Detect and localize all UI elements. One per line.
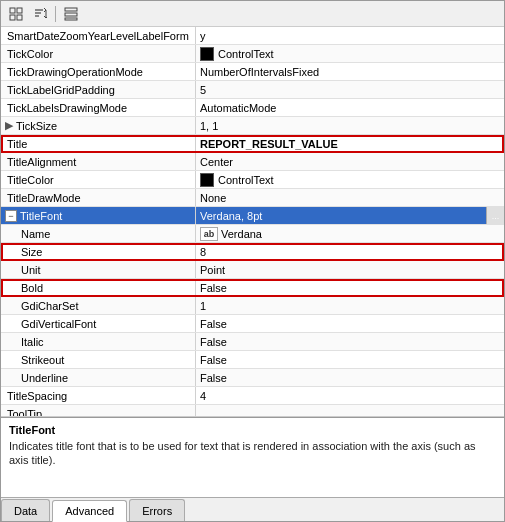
expand-arrow: ▶ <box>5 119 13 132</box>
prop-value: abVerdana <box>196 225 504 242</box>
prop-value: AutomaticMode <box>196 99 504 116</box>
prop-name: Name <box>1 225 196 242</box>
table-row[interactable]: TitleAlignmentCenter <box>1 153 504 171</box>
prop-value: Center <box>196 153 504 170</box>
table-row[interactable]: TickLabelGridPadding5 <box>1 81 504 99</box>
svg-rect-3 <box>17 15 22 20</box>
prop-value: False <box>196 351 504 368</box>
prop-name: TitleDrawMode <box>1 189 196 206</box>
svg-rect-1 <box>17 8 22 13</box>
prop-value: 1 <box>196 297 504 314</box>
prop-name: Size <box>1 243 196 260</box>
prop-value: ControlText <box>196 45 504 62</box>
prop-value: y <box>196 27 504 44</box>
prop-name: Unit <box>1 261 196 278</box>
prop-name: Title <box>1 135 196 152</box>
table-row[interactable]: GdiCharSet1 <box>1 297 504 315</box>
svg-rect-0 <box>10 8 15 13</box>
svg-rect-9 <box>65 13 77 16</box>
svg-rect-8 <box>65 8 77 11</box>
prop-name: −TitleFont <box>1 207 196 224</box>
table-row[interactable]: SmartDateZoomYearLevelLabelFormy <box>1 27 504 45</box>
description-title: TitleFont <box>9 424 496 436</box>
table-row[interactable]: TickDrawingOperationModeNumberOfInterval… <box>1 63 504 81</box>
table-row[interactable]: BoldFalse <box>1 279 504 297</box>
prop-value: 5 <box>196 81 504 98</box>
toolbar-separator <box>55 6 56 22</box>
table-row[interactable]: Size8 <box>1 243 504 261</box>
prop-value: False <box>196 315 504 332</box>
svg-rect-2 <box>10 15 15 20</box>
prop-value: False <box>196 279 504 296</box>
prop-value: NumberOfIntervalsFixed <box>196 63 504 80</box>
main-container: SmartDateZoomYearLevelLabelFormyTickColo… <box>0 0 505 522</box>
svg-rect-10 <box>65 18 77 20</box>
table-row[interactable]: UnderlineFalse <box>1 369 504 387</box>
table-row[interactable]: TitleREPORT_RESULT_VALUE <box>1 135 504 153</box>
browse-button[interactable]: ... <box>486 207 504 224</box>
table-row[interactable]: NameabVerdana <box>1 225 504 243</box>
expand-icon[interactable]: − <box>5 210 17 222</box>
prop-name: Underline <box>1 369 196 386</box>
prop-value: 8 <box>196 243 504 260</box>
table-row[interactable]: TitleSpacing4 <box>1 387 504 405</box>
prop-value: False <box>196 369 504 386</box>
prop-value: 1, 1 <box>196 117 504 134</box>
prop-value[interactable]: Verdana, 8pt... <box>196 207 504 224</box>
ab-badge: ab <box>200 227 218 241</box>
tab-bar: DataAdvancedErrors <box>1 497 504 521</box>
prop-name: TickColor <box>1 45 196 62</box>
prop-name: ▶TickSize <box>1 117 196 134</box>
prop-name: GdiCharSet <box>1 297 196 314</box>
prop-value: Point <box>196 261 504 278</box>
color-swatch <box>200 47 214 61</box>
prop-name: TitleAlignment <box>1 153 196 170</box>
sort-button[interactable] <box>29 4 51 24</box>
table-row[interactable]: TickLabelsDrawingModeAutomaticMode <box>1 99 504 117</box>
table-row[interactable]: StrikeoutFalse <box>1 351 504 369</box>
prop-name: GdiVerticalFont <box>1 315 196 332</box>
toolbar <box>1 1 504 27</box>
table-row[interactable]: −TitleFontVerdana, 8pt... <box>1 207 504 225</box>
prop-value: REPORT_RESULT_VALUE <box>196 135 504 152</box>
prop-value <box>196 405 504 417</box>
prop-name: TickLabelGridPadding <box>1 81 196 98</box>
description-panel: TitleFont Indicates title font that is t… <box>1 417 504 497</box>
property-grid[interactable]: SmartDateZoomYearLevelLabelFormyTickColo… <box>1 27 504 417</box>
prop-name: TickLabelsDrawingMode <box>1 99 196 116</box>
prop-name: Italic <box>1 333 196 350</box>
table-row[interactable]: TickColorControlText <box>1 45 504 63</box>
table-row[interactable]: UnitPoint <box>1 261 504 279</box>
prop-name: Strikeout <box>1 351 196 368</box>
prop-value: None <box>196 189 504 206</box>
prop-name: Bold <box>1 279 196 296</box>
tab-errors[interactable]: Errors <box>129 499 185 521</box>
table-row[interactable]: ItalicFalse <box>1 333 504 351</box>
prop-value: 4 <box>196 387 504 404</box>
prop-name: TickDrawingOperationMode <box>1 63 196 80</box>
more-button[interactable] <box>60 4 82 24</box>
prop-name: TitleColor <box>1 171 196 188</box>
table-row[interactable]: GdiVerticalFontFalse <box>1 315 504 333</box>
table-row[interactable]: TitleDrawModeNone <box>1 189 504 207</box>
table-row[interactable]: ▶TickSize1, 1 <box>1 117 504 135</box>
prop-name: ToolTip <box>1 405 196 417</box>
prop-name: SmartDateZoomYearLevelLabelForm <box>1 27 196 44</box>
description-text: Indicates title font that is to be used … <box>9 439 496 467</box>
table-row[interactable]: ToolTip <box>1 405 504 417</box>
prop-name: TitleSpacing <box>1 387 196 404</box>
tab-data[interactable]: Data <box>1 499 50 521</box>
color-swatch <box>200 173 214 187</box>
grid-view-button[interactable] <box>5 4 27 24</box>
table-row[interactable]: TitleColorControlText <box>1 171 504 189</box>
tab-advanced[interactable]: Advanced <box>52 500 127 522</box>
prop-value: ControlText <box>196 171 504 188</box>
prop-value: False <box>196 333 504 350</box>
